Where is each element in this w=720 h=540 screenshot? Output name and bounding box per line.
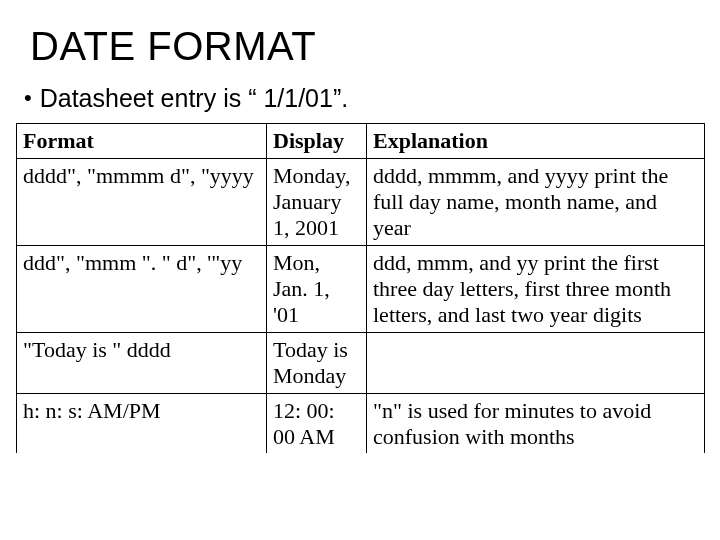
page-title: DATE FORMAT [30, 24, 704, 69]
slide: DATE FORMAT • Datasheet entry is “ 1/1/0… [0, 0, 720, 540]
cell-explanation: dddd, mmmm, and yyyy print the full day … [367, 158, 705, 245]
cell-explanation: "n" is used for minutes to avoid confusi… [367, 393, 705, 453]
bullet-text: Datasheet entry is “ 1/1/01”. [40, 83, 348, 113]
format-table: Format Display Explanation dddd", "mmmm … [16, 123, 705, 453]
cell-display: Monday, January 1, 2001 [267, 158, 367, 245]
cell-format: "Today is " dddd [17, 332, 267, 393]
table-row: h: n: s: AM/PM 12: 00: 00 AM "n" is used… [17, 393, 705, 453]
cell-explanation: ddd, mmm, and yy print the first three d… [367, 245, 705, 332]
col-header-display: Display [267, 124, 367, 159]
bullet-item: • Datasheet entry is “ 1/1/01”. [24, 83, 704, 113]
col-header-explanation: Explanation [367, 124, 705, 159]
table-row: dddd", "mmmm d", "yyyy Monday, January 1… [17, 158, 705, 245]
cell-display: Mon, Jan. 1, '01 [267, 245, 367, 332]
bullet-dot-icon: • [24, 83, 32, 113]
table-header-row: Format Display Explanation [17, 124, 705, 159]
cell-display: Today is Monday [267, 332, 367, 393]
table-row: "Today is " dddd Today is Monday [17, 332, 705, 393]
cell-format: dddd", "mmmm d", "yyyy [17, 158, 267, 245]
cell-format: ddd", "mmm ". " d", '"yy [17, 245, 267, 332]
cell-display: 12: 00: 00 AM [267, 393, 367, 453]
cell-format: h: n: s: AM/PM [17, 393, 267, 453]
col-header-format: Format [17, 124, 267, 159]
table-row: ddd", "mmm ". " d", '"yy Mon, Jan. 1, '0… [17, 245, 705, 332]
cell-explanation [367, 332, 705, 393]
